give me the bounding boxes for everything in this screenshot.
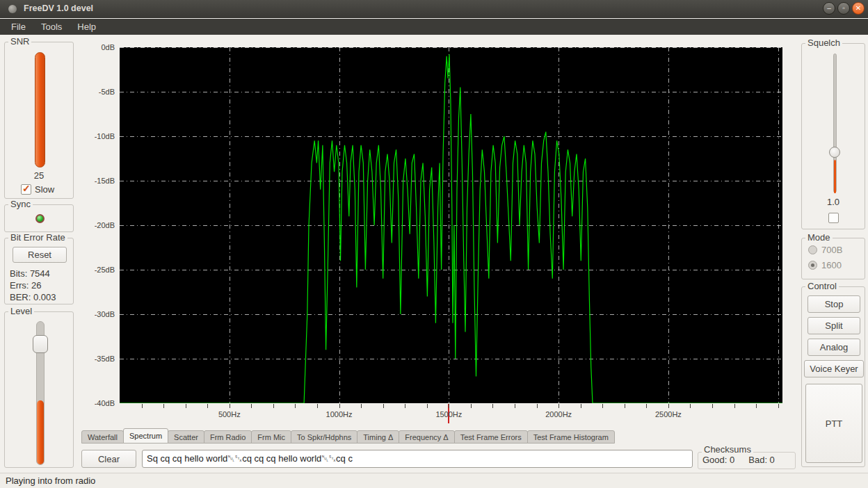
x-minor-tick: [427, 404, 428, 408]
x-minor-tick: [537, 404, 538, 408]
x-axis-label: 2500Hz: [644, 410, 693, 418]
checksums-bad: Bad: 0: [748, 455, 775, 465]
x-minor-tick: [207, 404, 208, 408]
x-minor-tick: [492, 404, 493, 408]
y-axis-label: -35dB: [81, 354, 115, 364]
squelch-slider-track[interactable]: [833, 54, 837, 193]
plot-tabbar: WaterfallSpectrumScatterFrm RadioFrm Mic…: [81, 428, 795, 444]
x-minor-tick: [251, 404, 252, 408]
x-minor-tick: [625, 404, 625, 408]
squelch-checkbox[interactable]: [828, 213, 839, 223]
y-axis-label: -20dB: [81, 220, 115, 230]
level-slider-handle[interactable]: [33, 335, 48, 353]
status-text: Playing into from radio: [6, 475, 95, 486]
tab-test-frame-histogram[interactable]: Test Frame Histogram: [527, 430, 615, 444]
y-axis-label: -15dB: [81, 176, 115, 186]
analog-button[interactable]: Analog: [807, 339, 860, 356]
mode-group-label: Mode: [805, 232, 833, 243]
x-minor-tick: [778, 404, 779, 408]
window-buttons: –▫✕: [823, 2, 865, 15]
x-minor-tick: [668, 404, 669, 408]
reset-button[interactable]: Reset: [13, 247, 67, 263]
squelch-value: 1.0: [802, 197, 865, 207]
x-minor-tick: [273, 404, 274, 408]
mode-option-700b[interactable]: 700B: [808, 245, 842, 255]
y-axis-label: 0dB: [81, 42, 115, 52]
x-minor-tick: [405, 404, 405, 408]
x-minor-tick: [646, 404, 647, 408]
voice-keyer-button[interactable]: Voice Keyer: [804, 360, 864, 377]
x-minor-tick: [230, 404, 230, 408]
y-axis-label: -30dB: [81, 309, 115, 319]
radio-icon: [808, 261, 817, 270]
radio-icon: [808, 245, 817, 254]
x-minor-tick: [515, 404, 515, 408]
x-minor-tick: [558, 404, 559, 408]
tab-waterfall[interactable]: Waterfall: [81, 430, 124, 444]
squelch-slider-fill: [834, 160, 836, 193]
slow-checkbox[interactable]: [21, 184, 31, 195]
titlebar: FreeDV 1.0 devel –▫✕: [0, 0, 868, 18]
tab-frm-mic[interactable]: Frm Mic: [251, 430, 291, 444]
menu-file[interactable]: File: [7, 20, 30, 33]
checksums-group: Checksums Good: 0 Bad: 0: [698, 452, 796, 469]
x-minor-tick: [712, 404, 713, 408]
spectrum-panel: 0dB-5dB-10dB-15dB-20dB-25dB-30dB-35dB-40…: [81, 36, 795, 427]
clear-button[interactable]: Clear: [81, 450, 136, 468]
x-axis-label: 2000Hz: [534, 410, 583, 418]
maximize-button[interactable]: ▫: [837, 2, 850, 15]
x-minor-tick: [602, 404, 603, 408]
stop-button[interactable]: Stop: [807, 295, 860, 313]
x-minor-tick: [317, 404, 318, 408]
statusbar: Playing into from radio: [0, 473, 868, 488]
window-title: FreeDV 1.0 devel: [24, 3, 93, 13]
mode-option-label: 1600: [821, 260, 842, 270]
tab-test-frame-errors[interactable]: Test Frame Errors: [454, 430, 528, 444]
ptt-button[interactable]: PTT: [805, 384, 862, 463]
control-group: Control StopSplitAnalogVoice Keyer PTT: [801, 286, 865, 467]
menu-help[interactable]: Help: [73, 20, 100, 33]
tab-scatter[interactable]: Scatter: [168, 430, 204, 444]
snr-gauge: [35, 52, 45, 168]
x-minor-tick: [734, 404, 735, 408]
minimize-button[interactable]: –: [823, 2, 835, 15]
x-axis-label: 1500Hz: [424, 410, 473, 418]
checksums-label: Checksums: [702, 444, 753, 455]
mode-option-1600[interactable]: 1600: [808, 260, 842, 270]
split-button[interactable]: Split: [807, 317, 860, 334]
tab-to-spkr-hdphns[interactable]: To Spkr/Hdphns: [291, 430, 357, 444]
tab-spectrum[interactable]: Spectrum: [123, 428, 168, 444]
spectrum-chart: [120, 47, 782, 403]
mode-options: 700B1600: [808, 245, 842, 270]
decoded-text-input[interactable]: [142, 450, 693, 468]
snr-group-label: SNR: [8, 36, 31, 47]
sync-group: Sync: [4, 204, 74, 232]
y-axis-label: -25dB: [81, 265, 115, 275]
ber-value: BER: 0.003: [10, 292, 56, 302]
slow-checkbox-row[interactable]: Slow: [21, 184, 54, 195]
x-minor-tick: [690, 404, 691, 408]
x-minor-tick: [361, 404, 362, 408]
tab-frm-radio[interactable]: Frm Radio: [204, 430, 252, 444]
tab-frequency-[interactable]: Frequency Δ: [399, 430, 454, 444]
spectrum-trace: [120, 54, 782, 403]
x-minor-tick: [142, 404, 143, 408]
snr-value: 25: [5, 170, 73, 181]
sync-led-icon: [35, 214, 45, 223]
snr-group: SNR 25 Slow: [4, 42, 74, 199]
bit-error-rate-group: Bit Error Rate Reset Bits: 7544 Errs: 26…: [4, 238, 74, 304]
menu-tools[interactable]: Tools: [37, 20, 66, 33]
tab-timing-[interactable]: Timing Δ: [357, 430, 399, 444]
close-button[interactable]: ✕: [852, 2, 865, 15]
level-group-label: Level: [8, 306, 34, 316]
freedv-window: { "window": { "title": "FreeDV 1.0 devel…: [0, 0, 868, 488]
level-group: Level: [4, 311, 74, 468]
control-group-label: Control: [805, 281, 839, 291]
mode-group: Mode 700B1600: [801, 238, 865, 279]
squelch-slider-handle[interactable]: [829, 147, 840, 158]
x-minor-tick: [383, 404, 384, 408]
checksums-good: Good: 0: [702, 455, 734, 465]
sync-group-label: Sync: [8, 199, 33, 209]
menubar: FileToolsHelp: [0, 19, 868, 35]
slow-checkbox-label: Slow: [35, 184, 54, 195]
